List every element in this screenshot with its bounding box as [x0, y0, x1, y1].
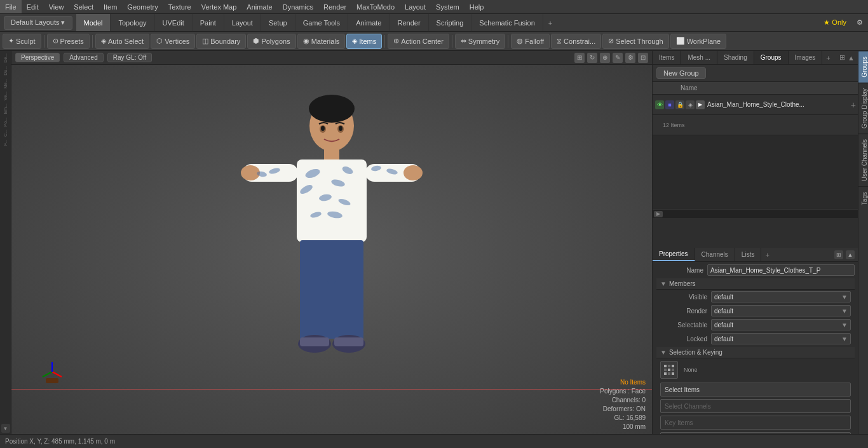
layout-tab-layout[interactable]: Layout: [224, 14, 261, 31]
layout-dropdown[interactable]: Default Layouts ▾: [4, 16, 72, 30]
viewport-icon-3[interactable]: ⊕: [600, 53, 610, 63]
viewport-icon-5[interactable]: ⚙: [625, 53, 635, 63]
groups-tab-items[interactable]: Items: [653, 51, 681, 64]
viewport-shading-btn[interactable]: Advanced: [64, 53, 103, 62]
tool-action-center[interactable]: ⊕Action Center: [388, 34, 449, 49]
layout-tab-paint[interactable]: Paint: [193, 14, 224, 31]
menu-file[interactable]: File: [0, 0, 22, 13]
groups-tab-add[interactable]: +: [822, 51, 834, 64]
viewport-icon-4[interactable]: ✎: [613, 53, 623, 63]
tool-falloff[interactable]: ◍Falloff: [511, 34, 550, 49]
keying-grid-icon[interactable]: [660, 361, 678, 379]
key-items-button[interactable]: Key Items: [660, 416, 851, 430]
side-tab-tags[interactable]: Tags: [858, 186, 868, 210]
groups-list[interactable]: 👁 ■ 🔒 ◈ ▶ Asian_Man_Home_Style_Clothe...…: [653, 95, 858, 209]
sel-keying-header[interactable]: ▼ Selection & Keying: [656, 347, 855, 358]
groups-tab-mesh[interactable]: Mesh ...: [681, 51, 717, 64]
props-icon-2[interactable]: ▲: [846, 250, 855, 259]
menu-system[interactable]: System: [431, 0, 465, 13]
select-icon[interactable]: ◈: [686, 100, 695, 109]
layout-bar: Default Layouts ▾ Model Topology UVEdit …: [0, 14, 868, 32]
menu-item[interactable]: Item: [98, 0, 122, 13]
sel-keying-section: ▼ Selection & Keying: [656, 347, 855, 434]
tool-items[interactable]: ◈Items: [346, 34, 382, 49]
menu-view[interactable]: View: [44, 0, 69, 13]
layout-tab-game-tools[interactable]: Game Tools: [295, 14, 349, 31]
props-tab-channels[interactable]: Channels: [695, 248, 735, 261]
expand-group-icon[interactable]: ▶: [696, 100, 705, 109]
members-section-header[interactable]: ▼ Members: [656, 278, 855, 290]
render-icon[interactable]: ■: [665, 100, 674, 109]
menu-maxtomodo[interactable]: MaxToModo: [351, 0, 400, 13]
tool-symmetry[interactable]: ⇔Symmetry: [455, 34, 506, 49]
tool-materials[interactable]: ◉Materials: [297, 34, 346, 49]
viewport-icon-1[interactable]: ⊞: [574, 53, 585, 63]
menu-edit[interactable]: Edit: [22, 0, 44, 13]
lock-icon[interactable]: 🔒: [675, 100, 684, 109]
group-plus-icon[interactable]: +: [851, 100, 856, 110]
key-channels-button[interactable]: Key Channels: [660, 432, 851, 434]
select-channels-button[interactable]: Select Channels: [660, 399, 851, 413]
viewport-mode-btn[interactable]: Perspective: [15, 53, 60, 62]
expand-arrow[interactable]: ▲: [848, 54, 855, 62]
groups-scrollbar[interactable]: ▶: [653, 209, 858, 218]
menu-render[interactable]: Render: [318, 0, 351, 13]
viewport-icon-2[interactable]: ↻: [587, 53, 597, 63]
menu-animate[interactable]: Animate: [241, 0, 277, 13]
scroll-right-btn[interactable]: ▶: [654, 211, 663, 217]
layout-tab-topology[interactable]: Topology: [111, 14, 154, 31]
vert-tool-bottom[interactable]: ▼: [1, 424, 10, 433]
menu-layout[interactable]: Layout: [400, 0, 431, 13]
layout-tab-uvedit[interactable]: UVEdit: [155, 14, 193, 31]
menu-texture[interactable]: Texture: [163, 0, 196, 13]
layout-settings[interactable]: ⚙: [851, 18, 868, 27]
layout-tab-animate[interactable]: Animate: [348, 14, 390, 31]
selectable-select[interactable]: default ▼: [711, 319, 851, 330]
menu-bar: File Edit View Select Item Geometry Text…: [0, 0, 868, 14]
layout-tab-scripting[interactable]: Scripting: [429, 14, 472, 31]
svg-rect-3: [297, 160, 367, 242]
tool-workplane[interactable]: ⬜WorkPlane: [670, 34, 727, 49]
layout-tab-render[interactable]: Render: [390, 14, 428, 31]
viewport-gl-btn[interactable]: Ray GL: Off: [107, 53, 153, 62]
props-tabs: Properties Channels Lists + ⊞ ▲: [653, 248, 858, 262]
tool-sculpt[interactable]: ✦Sculpt: [3, 34, 41, 49]
props-tab-add[interactable]: +: [761, 251, 773, 259]
tool-vertices[interactable]: ⬡Vertices: [151, 34, 195, 49]
tool-select-through[interactable]: ⊘Select Through: [602, 34, 668, 49]
side-tab-group-display[interactable]: Group Display: [858, 83, 868, 133]
group-row-1[interactable]: 👁 ■ 🔒 ◈ ▶ Asian_Man_Home_Style_Clothe...…: [653, 95, 858, 115]
visibility-icon[interactable]: 👁: [655, 100, 664, 109]
tool-auto-select[interactable]: ◈Auto Select: [95, 34, 149, 49]
render-select[interactable]: default ▼: [711, 305, 851, 316]
side-tab-groups[interactable]: Groups: [858, 51, 868, 83]
layout-tab-setup[interactable]: Setup: [261, 14, 295, 31]
props-tab-properties[interactable]: Properties: [653, 248, 695, 261]
expand-icon[interactable]: ⊞: [839, 53, 845, 62]
layout-tab-add[interactable]: +: [543, 14, 557, 31]
groups-tab-groups[interactable]: Groups: [754, 51, 789, 64]
new-group-button[interactable]: New Group: [656, 67, 706, 79]
visible-select[interactable]: default ▼: [711, 291, 851, 302]
props-icon-1[interactable]: ⊞: [834, 250, 843, 259]
layout-tab-schematic-fusion[interactable]: Schematic Fusion: [471, 14, 543, 31]
tool-polygons[interactable]: ⬢Polygons: [247, 34, 295, 49]
side-tab-user-channels[interactable]: User Channels: [858, 133, 868, 186]
tool-boundary[interactable]: ◫Boundary: [196, 34, 246, 49]
groups-tab-shading[interactable]: Shading: [717, 51, 754, 64]
viewport-3d[interactable]: No Items Polygons : Face Channels: 0 Def…: [11, 65, 652, 434]
menu-dynamics[interactable]: Dynamics: [278, 0, 318, 13]
tool-presets[interactable]: ⊙Presets: [47, 34, 90, 49]
props-tab-lists[interactable]: Lists: [735, 248, 762, 261]
groups-tab-images[interactable]: Images: [789, 51, 823, 64]
viewport-icon-6[interactable]: ⊡: [638, 53, 648, 63]
menu-vertex-map[interactable]: Vertex Map: [196, 0, 242, 13]
tool-constrain[interactable]: ⧖Constrai...: [551, 34, 601, 49]
name-input[interactable]: [707, 264, 855, 276]
menu-geometry[interactable]: Geometry: [122, 0, 163, 13]
layout-tab-model[interactable]: Model: [76, 14, 111, 31]
locked-select[interactable]: default ▼: [711, 333, 851, 344]
select-items-button[interactable]: Select Items: [660, 383, 851, 397]
menu-help[interactable]: Help: [465, 0, 489, 13]
menu-select[interactable]: Select: [69, 0, 98, 13]
